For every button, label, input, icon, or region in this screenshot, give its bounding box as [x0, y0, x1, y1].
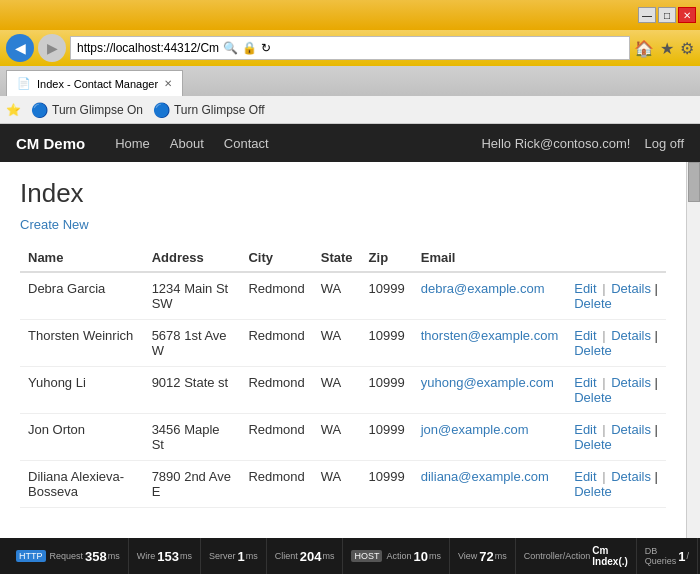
browser-toolbar: ◀ ▶ https://localhost:44312/Cm 🔍 🔒 ↻ 🏠 ★…	[0, 30, 700, 66]
glimpse-off-icon: 🔵	[153, 102, 170, 118]
email-link[interactable]: debra@example.com	[421, 281, 545, 296]
edit-link[interactable]: Edit	[574, 469, 596, 484]
table-row: Thorsten Weinrich 5678 1st Ave W Redmond…	[20, 320, 666, 367]
search-icon[interactable]: 🔍	[223, 41, 238, 55]
cell-city: Redmond	[240, 461, 312, 508]
email-link[interactable]: diliana@example.com	[421, 469, 549, 484]
cell-actions: Edit | Details | Delete	[566, 367, 666, 414]
cell-email: yuhong@example.com	[413, 367, 566, 414]
glimpse-host-badge: HOST	[351, 550, 382, 562]
delete-link[interactable]: Delete	[574, 296, 612, 311]
glimpse-panel-action: HOST Action 10 ms	[343, 538, 450, 574]
glimpse-panel-wire: Wire 153 ms	[129, 538, 201, 574]
app-navbar: CM Demo Home About Contact Hello Rick@co…	[0, 124, 700, 162]
cell-email: debra@example.com	[413, 272, 566, 320]
details-link[interactable]: Details	[611, 375, 651, 390]
edit-link[interactable]: Edit	[574, 328, 596, 343]
cell-actions: Edit | Details | Delete	[566, 461, 666, 508]
cell-state: WA	[313, 320, 361, 367]
titlebar-controls: — □ ✕	[638, 7, 696, 23]
cell-actions: Edit | Details | Delete	[566, 414, 666, 461]
refresh-icon[interactable]: ↻	[261, 41, 271, 55]
col-zip: Zip	[361, 244, 413, 272]
navbar-user-greeting: Hello Rick@contoso.com!	[481, 136, 630, 151]
tab-close-button[interactable]: ✕	[164, 78, 172, 89]
create-new-link[interactable]: Create New	[20, 217, 89, 232]
browser-content: Index Create New Name Address City State…	[0, 162, 700, 538]
cell-email: jon@example.com	[413, 414, 566, 461]
cell-zip: 10999	[361, 320, 413, 367]
delete-link[interactable]: Delete	[574, 484, 612, 499]
cell-actions: Edit | Details | Delete	[566, 320, 666, 367]
tab-bar: 📄 Index - Contact Manager ✕	[0, 66, 700, 96]
minimize-button[interactable]: —	[638, 7, 656, 23]
navbar-brand[interactable]: CM Demo	[16, 135, 85, 152]
details-link[interactable]: Details	[611, 422, 651, 437]
edit-link[interactable]: Edit	[574, 422, 596, 437]
col-state: State	[313, 244, 361, 272]
cell-city: Redmond	[240, 414, 312, 461]
cell-state: WA	[313, 272, 361, 320]
cell-name: Debra Garcia	[20, 272, 144, 320]
navbar-logoff[interactable]: Log off	[644, 136, 684, 151]
cell-email: thorsten@example.com	[413, 320, 566, 367]
glimpse-panel-client: Client 204 ms	[267, 538, 344, 574]
cell-address: 1234 Main St SW	[144, 272, 241, 320]
scrollbar-thumb[interactable]	[688, 162, 700, 202]
delete-link[interactable]: Delete	[574, 390, 612, 405]
forward-button[interactable]: ▶	[38, 34, 66, 62]
details-link[interactable]: Details	[611, 281, 651, 296]
tab-favicon: 📄	[17, 77, 31, 90]
nav-about[interactable]: About	[170, 136, 204, 151]
cell-address: 5678 1st Ave W	[144, 320, 241, 367]
cell-address: 9012 State st	[144, 367, 241, 414]
contacts-table: Name Address City State Zip Email Debra …	[20, 244, 666, 508]
glimpse-on-item[interactable]: 🔵 Turn Glimpse On	[31, 102, 143, 118]
star-icon[interactable]: ★	[660, 39, 674, 58]
table-row: Yuhong Li 9012 State st Redmond WA 10999…	[20, 367, 666, 414]
table-row: Debra Garcia 1234 Main St SW Redmond WA …	[20, 272, 666, 320]
email-link[interactable]: thorsten@example.com	[421, 328, 558, 343]
glimpse-on-icon: 🔵	[31, 102, 48, 118]
table-header-row: Name Address City State Zip Email	[20, 244, 666, 272]
col-email: Email	[413, 244, 566, 272]
edit-link[interactable]: Edit	[574, 375, 596, 390]
details-link[interactable]: Details	[611, 328, 651, 343]
edit-link[interactable]: Edit	[574, 281, 596, 296]
glimpse-on-label: Turn Glimpse On	[52, 103, 143, 117]
navbar-right: Hello Rick@contoso.com! Log off	[481, 136, 684, 151]
glimpse-http-badge: HTTP	[16, 550, 46, 562]
toolbar-right: 🏠 ★ ⚙	[634, 39, 694, 58]
col-address: Address	[144, 244, 241, 272]
col-name: Name	[20, 244, 144, 272]
cell-zip: 10999	[361, 367, 413, 414]
home-icon[interactable]: 🏠	[634, 39, 654, 58]
star-bookmark[interactable]: ⭐	[6, 103, 21, 117]
delete-link[interactable]: Delete	[574, 437, 612, 452]
settings-icon[interactable]: ⚙	[680, 39, 694, 58]
nav-home[interactable]: Home	[115, 136, 150, 151]
table-row: Diliana Alexieva-Bosseva 7890 2nd Ave E …	[20, 461, 666, 508]
table-row: Jon Orton 3456 Maple St Redmond WA 10999…	[20, 414, 666, 461]
back-button[interactable]: ◀	[6, 34, 34, 62]
address-bar[interactable]: https://localhost:44312/Cm 🔍 🔒 ↻	[70, 36, 630, 60]
col-city: City	[240, 244, 312, 272]
cell-city: Redmond	[240, 367, 312, 414]
cell-state: WA	[313, 461, 361, 508]
details-link[interactable]: Details	[611, 469, 651, 484]
glimpse-off-item[interactable]: 🔵 Turn Glimpse Off	[153, 102, 265, 118]
scrollbar[interactable]	[686, 162, 700, 538]
active-tab[interactable]: 📄 Index - Contact Manager ✕	[6, 70, 183, 96]
nav-contact[interactable]: Contact	[224, 136, 269, 151]
email-link[interactable]: jon@example.com	[421, 422, 529, 437]
delete-link[interactable]: Delete	[574, 343, 612, 358]
cell-name: Yuhong Li	[20, 367, 144, 414]
email-link[interactable]: yuhong@example.com	[421, 375, 554, 390]
lock-icon: 🔒	[242, 41, 257, 55]
cell-address: 7890 2nd Ave E	[144, 461, 241, 508]
maximize-button[interactable]: □	[658, 7, 676, 23]
cell-city: Redmond	[240, 320, 312, 367]
address-text: https://localhost:44312/Cm	[77, 41, 219, 55]
glimpse-panel-view: View 72 ms	[450, 538, 516, 574]
close-button[interactable]: ✕	[678, 7, 696, 23]
